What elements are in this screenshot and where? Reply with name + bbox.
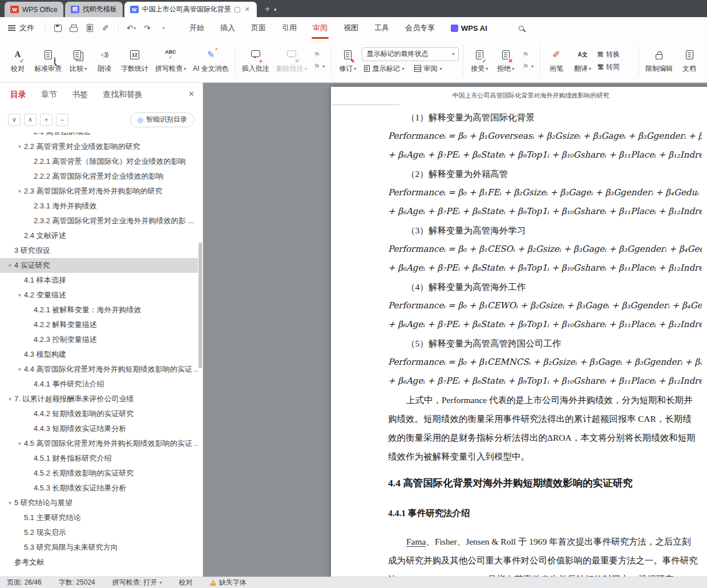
- wps-ai-button[interactable]: WPS AI: [451, 24, 487, 33]
- toc-item[interactable]: 4.5.3 长期绩效实证结果分析: [0, 481, 198, 496]
- toc-item[interactable]: 4.2.1 被解释变量：海外并购绩效: [0, 303, 198, 317]
- collapse-all-button[interactable]: ∨: [8, 114, 21, 126]
- body-text-line[interactable]: 购绩效。短期绩效的衡量采用事件研究法得出的累计超额回报率 CAR，长期绩: [388, 409, 702, 428]
- model-caption[interactable]: （2）解释变量为外籍高管: [388, 164, 702, 183]
- show-markup-button[interactable]: 显示标记 ▾: [362, 63, 406, 74]
- insert-comment-button[interactable]: ＋ 插入批注: [239, 45, 273, 76]
- toc-item[interactable]: 2.4 文献评述: [0, 228, 198, 243]
- model-caption[interactable]: （3）解释变量为高管海外学习: [388, 221, 702, 240]
- body-text-line[interactable]: Fama、Fisher、Jensen & Roll 于 1969 年首次提出事件…: [388, 532, 702, 551]
- accept-change-button[interactable]: ✓ 接受▾: [466, 45, 492, 76]
- zoom-in-button[interactable]: ＋: [40, 114, 52, 126]
- tab-active-document[interactable]: W 中国上市公司高管国际化背景 ✕: [124, 2, 257, 17]
- toc-item[interactable]: 5.3 研究局限与未来研究方向: [0, 540, 198, 555]
- formula-line[interactable]: + β₆Ageᵢ + β₇PEᵢ + β₈Stateᵢ + β₉Top1ᵢ + …: [388, 372, 702, 390]
- toc-item-selected[interactable]: ▼4 实证研究: [0, 258, 198, 273]
- standard-review-button[interactable]: 标准审查: [31, 45, 65, 76]
- quickbar-chevron[interactable]: ▾: [156, 21, 171, 35]
- sidebar-tab-chapters[interactable]: 章节: [41, 90, 57, 100]
- proofread-indicator[interactable]: 校对: [179, 578, 192, 587]
- tab-wps-office[interactable]: W WPS Office: [5, 2, 63, 17]
- save-button[interactable]: [50, 21, 65, 35]
- redo-button[interactable]: ↷: [140, 21, 155, 35]
- spellcheck-indicator[interactable]: 拼写检查: 打开 ▾: [112, 578, 162, 587]
- track-changes-button[interactable]: ✎ 修订▾: [334, 45, 361, 76]
- formula-line[interactable]: Performanceᵢ = β₀ + β₁CEWOᵢ + β₂Gsizeᵢ +…: [388, 296, 702, 315]
- word-count-button[interactable]: 12 字数统计: [118, 45, 152, 76]
- toc-item[interactable]: 4.3 模型构建: [0, 347, 198, 362]
- traditional-convert-button[interactable]: 繁 转简: [597, 62, 620, 72]
- body-text-line[interactable]: 上式中，Performance 代表的是上市公司海外并购绩效，分为短期和长期并: [388, 390, 702, 409]
- read-aloud-button[interactable]: ◁)) 朗读: [91, 45, 118, 76]
- undo-button[interactable]: ↶ ▾: [124, 21, 139, 35]
- toc-item[interactable]: 4.2.2 解释变量描述: [0, 317, 198, 332]
- sidebar-tab-toc[interactable]: 目录: [10, 90, 26, 100]
- toc-item[interactable]: ▼2.2 高管背景对企业绩效影响的研究: [0, 139, 198, 154]
- toc-item[interactable]: 2.2.1 高管背景（除国际化）对企业绩效的影响: [0, 154, 198, 169]
- word-count-indicator[interactable]: 字数: 25024: [59, 578, 95, 587]
- formula-line[interactable]: Performanceᵢ = β₀ + β₁CESOᵢ + β₂Gsizeᵢ +…: [388, 240, 702, 259]
- model-caption[interactable]: （4）解释变量为高管海外工作: [388, 277, 702, 296]
- expand-all-button[interactable]: ∧: [24, 114, 37, 126]
- toc-expander-icon[interactable]: ▼: [6, 501, 14, 506]
- formula-line[interactable]: Performanceᵢ = β₀ + β₁FEᵢ + β₂Gsizeᵢ + β…: [388, 183, 702, 202]
- toc-item[interactable]: 5.2 现实启示: [0, 525, 198, 540]
- sidebar-tab-bookmarks[interactable]: 书签: [72, 90, 88, 100]
- toc-item[interactable]: 5.1 主要研究结论: [0, 510, 198, 525]
- missing-font-warning[interactable]: ! 缺失字体: [209, 578, 246, 587]
- menu-tab-page[interactable]: 页面: [243, 17, 274, 39]
- toc-expander-icon[interactable]: ▼: [15, 189, 24, 194]
- format-painter-button[interactable]: ✐: [98, 21, 113, 35]
- toc-expander-icon[interactable]: ▼: [15, 441, 24, 446]
- menu-tab-references[interactable]: 引用: [274, 17, 305, 39]
- formula-line[interactable]: Performanceᵢ = β₀ + β₁CEMNCSᵢ + β₂Gsizeᵢ…: [388, 353, 702, 372]
- document-page[interactable]: 中国上市公司高管国际化背景对海外并购绩效影响的研究 （1）解释变量为高管国际化背…: [331, 87, 707, 577]
- body-text-line[interactable]: 效的衡量采用的是财务指标分析法得出的ΔROA，本文将分别将长期绩效和短期: [388, 428, 702, 447]
- markup-state-select[interactable]: 显示标记的最终状态 ▾: [362, 47, 459, 61]
- restrict-editing-button[interactable]: 限制编辑: [642, 45, 676, 76]
- toc-item[interactable]: ▼4.5 高管国际化背景对海外并购长期绩效影响的实证 ...: [0, 436, 198, 451]
- toc-item[interactable]: ▼4.2 变量描述: [0, 288, 198, 303]
- file-menu[interactable]: 文件: [7, 23, 40, 33]
- reject-change-button[interactable]: ✕ 拒绝▾: [492, 45, 519, 76]
- formula-line[interactable]: + β₆Ageᵢ + β₇PEᵢ + β₈Stateᵢ + β₉Top1ᵢ + …: [388, 202, 702, 221]
- print-preview-button[interactable]: [82, 21, 97, 35]
- toc-item[interactable]: 2.1 高管团队概念: [0, 132, 198, 139]
- body-text-line[interactable]: 成为研究并购及其他公司重大事件对公司价值影响的最重要方法之一。事件研究: [388, 551, 702, 570]
- formula-line[interactable]: + β₆Ageᵢ + β₇PEᵢ + β₈Stateᵢ + β₉Top1ᵢ + …: [388, 315, 702, 334]
- toc-item[interactable]: 2.3.2 高管国际化背景对企业海外并购绩效的影 ...: [0, 214, 198, 228]
- section-heading-4-4[interactable]: 4.4 高管国际化背景对海外并购短期绩效影响的实证研究: [388, 472, 702, 494]
- toc-item[interactable]: 3 研究假设: [0, 243, 198, 258]
- smart-toc-button[interactable]: ◎ 智能识别目录: [130, 112, 195, 127]
- sidebar-tab-find-replace[interactable]: 查找和替换: [103, 90, 143, 100]
- toc-expander-icon[interactable]: ▼: [6, 263, 14, 268]
- tab-list-chevron-icon[interactable]: ▾: [274, 7, 277, 13]
- spell-check-button[interactable]: ABC✓ 拼写检查▾: [152, 45, 189, 76]
- formula-line[interactable]: + β₆Ageᵢ + β₇PEᵢ + β₈Stateᵢ + β₉Top1ᵢ + …: [388, 146, 702, 164]
- formula-line[interactable]: + β₆Ageᵢ + β₇PEᵢ + β₈Stateᵢ + β₉Top1ᵢ + …: [388, 259, 702, 277]
- print-button[interactable]: [66, 21, 81, 35]
- model-caption[interactable]: （5）解释变量为高管高管跨国公司工作: [388, 334, 702, 353]
- formula-line[interactable]: Performanceᵢ = β₀ + β₁Goverseasᵢ + β₂Gsi…: [388, 127, 702, 146]
- simplified-convert-button[interactable]: 简 转换: [597, 50, 620, 59]
- translate-button[interactable]: A文 翻译▾: [569, 45, 596, 76]
- tab-docer-templates[interactable]: 稻 找稻壳模板: [65, 2, 123, 17]
- highlighter-button[interactable]: ✐ 画笔: [543, 45, 569, 76]
- menu-tab-home[interactable]: 开始: [181, 17, 212, 39]
- toc-expander-icon[interactable]: ▼: [15, 144, 24, 150]
- toc-item[interactable]: 4.1 样本选择: [0, 273, 198, 288]
- toc-expander-icon[interactable]: ▼: [15, 293, 24, 298]
- toc-item[interactable]: ▼7. 以累计超额报酬率来评价公司业绩: [0, 392, 198, 406]
- sidebar-close-icon[interactable]: ✕: [188, 90, 195, 98]
- section-heading-4-4-1[interactable]: 4.4.1 事件研究法介绍: [388, 504, 702, 523]
- proofread-button[interactable]: A✓ 校对: [5, 45, 31, 76]
- toc-item[interactable]: 2.3.1 海外并购绩效: [0, 199, 198, 214]
- sidebar-scrollbar[interactable]: [199, 243, 202, 368]
- underlined-word[interactable]: Fama: [406, 537, 426, 547]
- menu-tab-tools[interactable]: 工具: [366, 17, 397, 39]
- compare-button[interactable]: 比较▾: [65, 45, 91, 76]
- toc-item[interactable]: 4.4.1 事件研究法介绍: [0, 377, 198, 392]
- toc-item[interactable]: 4.4.2 短期绩效影响的实证研究: [0, 406, 198, 421]
- toc-expander-icon[interactable]: ▼: [15, 367, 24, 372]
- document-permission-button[interactable]: 文档: [676, 45, 702, 76]
